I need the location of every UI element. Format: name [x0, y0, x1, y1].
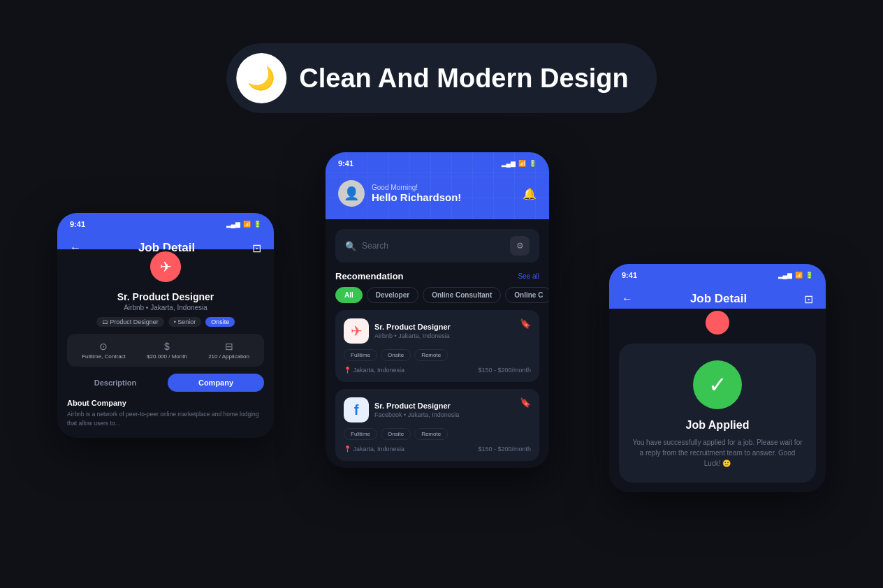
search-wrap: 🔍 Search ⚙ [326, 219, 549, 263]
phone-left-time: 9:41 [70, 220, 85, 228]
header-title: Clean And Modern Design [299, 64, 629, 94]
tag-product-designer: 🗂 Product Designer [96, 317, 164, 327]
back-button[interactable]: ← [70, 242, 81, 254]
recommendation-header: Recomendation See all [326, 263, 549, 287]
stat-employment: ⊙ Fulltime, Contract [82, 341, 126, 360]
battery-icon: 🔋 [529, 160, 537, 167]
greeting-big: Hello Richardson! [372, 191, 461, 203]
phone-left-status-icons: ▂▄▆ 📶 🔋 [226, 221, 261, 228]
job-subtitle: Airbnb • Jakarta, Indonesia [67, 304, 264, 311]
bookmark-2-icon[interactable]: 🔖 [520, 397, 531, 408]
wifi-icon: 📶 [795, 272, 803, 279]
back-button-right[interactable]: ← [622, 293, 633, 305]
signal-icon: ▂▄▆ [226, 221, 240, 228]
phone-right: 9:41 ▂▄▆ 📶 🔋 ← Job Detail ⊡ ✓ Job Applie… [609, 264, 826, 492]
company-logo: ✈ [148, 249, 183, 284]
signal-icon: ▂▄▆ [502, 160, 516, 167]
job-card-2-bottom: 📍 Jakarta, Indonesia $150 - $200/month [344, 446, 531, 453]
job-card-2-title: Sr. Product Designer [374, 402, 459, 410]
phone-right-time: 9:41 [622, 271, 637, 279]
job-card-1-title: Sr. Product Designer [374, 323, 451, 331]
filter-chips: All Developer Online Consultant Online C [326, 287, 549, 310]
signal-icon: ▂▄▆ [778, 272, 792, 279]
stat-applications-label: 210 / Application [208, 353, 249, 360]
wifi-icon: 📶 [243, 221, 251, 228]
job-card-2-company: Facebook • Jakarta, Indonesia [374, 411, 459, 418]
recommendation-title: Recomendation [335, 271, 404, 281]
notification-bell-icon[interactable]: 🔔 [523, 187, 537, 200]
tag-onsite-1: Onsite [381, 349, 411, 361]
company-logo-peek [609, 309, 826, 337]
job-card-1-tags: Fulltime Onsite Remote [344, 349, 531, 361]
search-label: Search [362, 241, 388, 251]
tab-description[interactable]: Description [67, 374, 163, 392]
filter-icon[interactable]: ⚙ [510, 236, 530, 256]
stat-salary-label: $20.000 / Month [147, 353, 187, 360]
job-card-2-left: f Sr. Product Designer Facebook • Jakart… [344, 397, 459, 422]
stat-salary: $ $20.000 / Month [147, 341, 187, 360]
chip-developer[interactable]: Developer [367, 287, 418, 303]
job-card-1-company: Airbnb • Jakarta, Indonesia [374, 332, 451, 339]
phone-right-body: ✓ Job Applied You have successfully appl… [609, 309, 826, 483]
airbnb-logo: ✈ [344, 318, 369, 344]
search-bar[interactable]: 🔍 Search ⚙ [335, 229, 539, 263]
job-card-2-top: f Sr. Product Designer Facebook • Jakart… [344, 397, 531, 422]
phone-right-statusbar: 9:41 ▂▄▆ 📶 🔋 [609, 264, 826, 285]
employment-icon: ⊙ [82, 341, 126, 352]
header-logo: 🌙 [236, 53, 286, 103]
phone-right-status-icons: ▂▄▆ 📶 🔋 [778, 272, 813, 279]
salary-1: $150 - $200/month [478, 367, 531, 374]
search-icon: 🔍 [345, 241, 356, 251]
chip-all[interactable]: All [335, 287, 363, 303]
chip-consultant[interactable]: Online Consultant [423, 287, 501, 303]
bookmark-button-right[interactable]: ⊡ [804, 293, 813, 306]
stats-row: ⊙ Fulltime, Contract $ $20.000 / Month ⊟… [67, 334, 264, 367]
job-card-1[interactable]: ✈ Sr. Product Designer Airbnb • Jakarta,… [335, 310, 539, 382]
location-1: 📍 Jakarta, Indonesia [344, 367, 404, 374]
battery-icon: 🔋 [254, 221, 261, 228]
about-text: Airbnb is a network of peer-to-peer onli… [67, 410, 264, 428]
job-tags: 🗂 Product Designer • Senior Onsite [67, 317, 264, 327]
see-all-link[interactable]: See all [518, 272, 539, 280]
tag-onsite-2: Onsite [381, 428, 411, 440]
about-title: About Company [67, 399, 264, 407]
phone-center: 9:41 ▂▄▆ 📶 🔋 👤 Good Morning! Hello Richa… [326, 152, 549, 468]
applied-text: You have successfully applied for a job.… [632, 437, 803, 469]
location-2: 📍 Jakarta, Indonesia [344, 446, 404, 453]
tag-fulltime-2: Fulltime [344, 428, 377, 440]
applications-icon: ⊟ [208, 341, 249, 352]
phone-left-statusbar: 9:41 ▂▄▆ 📶 🔋 [57, 213, 274, 234]
tag-senior: • Senior [168, 317, 202, 327]
phone-right-title: Job Detail [690, 292, 747, 306]
header-pill: 🌙 Clean And Modern Design [226, 43, 657, 113]
phone-center-status-icons: ▂▄▆ 📶 🔋 [502, 160, 537, 167]
tag-remote-1: Remote [414, 349, 448, 361]
chip-other[interactable]: Online C [505, 287, 549, 303]
phone-center-statusbar: 9:41 ▂▄▆ 📶 🔋 [326, 152, 549, 173]
tab-row: Description Company [67, 374, 264, 392]
tag-remote-2: Remote [414, 428, 448, 440]
phone-left: 9:41 ▂▄▆ 📶 🔋 ← Job Detail ⊡ ✈ Sr. Produc… [57, 213, 274, 438]
user-avatar: 👤 [338, 180, 365, 207]
company-logo-area: ✈ [67, 249, 264, 284]
bookmark-button[interactable]: ⊡ [252, 242, 261, 255]
phone-center-header: 👤 Good Morning! Hello Richardson! 🔔 [326, 173, 549, 219]
phone-center-time: 9:41 [338, 159, 353, 168]
phone-left-body: ✈ Sr. Product Designer Airbnb • Jakarta,… [57, 249, 274, 438]
check-icon: ✓ [693, 360, 742, 409]
job-card-2-tags: Fulltime Onsite Remote [344, 428, 531, 440]
job-title: Sr. Product Designer [67, 291, 264, 302]
applied-title: Job Applied [686, 419, 750, 432]
applied-card: ✓ Job Applied You have successfully appl… [619, 344, 816, 483]
job-card-1-info: Sr. Product Designer Airbnb • Jakarta, I… [374, 323, 451, 339]
wifi-icon: 📶 [518, 160, 526, 167]
bookmark-1-icon[interactable]: 🔖 [520, 318, 531, 329]
job-card-2[interactable]: f Sr. Product Designer Facebook • Jakart… [335, 389, 539, 461]
greeting-small: Good Morning! [372, 184, 461, 191]
tab-company[interactable]: Company [168, 374, 264, 392]
facebook-logo: f [344, 397, 369, 422]
stat-employment-label: Fulltime, Contract [82, 353, 126, 360]
salary-2: $150 - $200/month [478, 446, 531, 453]
search-left: 🔍 Search [345, 241, 388, 251]
job-card-1-left: ✈ Sr. Product Designer Airbnb • Jakarta,… [344, 318, 451, 344]
